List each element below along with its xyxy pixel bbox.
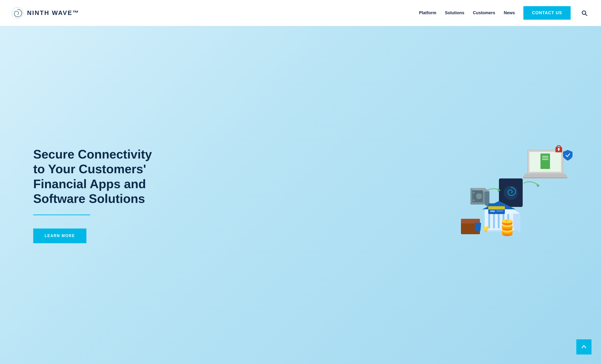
svg-point-53 [541,189,542,190]
svg-rect-75 [541,154,550,169]
svg-point-37 [527,189,528,190]
svg-point-69 [549,192,549,193]
svg-rect-112 [497,210,503,211]
svg-point-1 [582,11,586,14]
hero-section: Secure Connectivity to Your Customers' F… [0,26,601,364]
svg-rect-77 [542,157,548,158]
svg-point-19 [491,200,492,200]
svg-rect-76 [542,156,548,157]
nav-news[interactable]: News [504,10,515,15]
svg-rect-117 [485,231,487,232]
nav-solutions[interactable]: Solutions [445,10,464,15]
navigation: Platform Solutions Customers News CONTAC… [419,6,590,20]
svg-point-55 [556,182,556,182]
svg-point-67 [534,200,535,200]
svg-rect-115 [474,222,481,231]
svg-rect-110 [488,206,505,209]
svg-line-2 [585,14,587,16]
logo[interactable]: NINTH WAVE™ [11,7,79,19]
svg-point-17 [477,207,478,207]
header: NINTH WAVE™ Platform Solutions Customers… [0,0,601,26]
svg-point-68 [541,196,542,197]
svg-point-16 [470,210,471,211]
hero-svg: $ [440,136,582,254]
svg-marker-79 [523,174,568,177]
svg-point-71 [563,185,563,186]
svg-point-29 [470,217,471,218]
svg-point-96 [473,192,474,193]
svg-point-54 [549,185,549,186]
svg-point-15 [463,214,464,215]
nav-platform[interactable]: Platform [419,10,436,15]
svg-marker-80 [523,177,568,178]
svg-point-57 [463,235,464,236]
contact-us-button[interactable]: CONTACT US [523,6,571,20]
svg-point-7 [491,192,492,193]
logo-icon [11,7,24,19]
svg-point-97 [473,200,474,201]
svg-point-38 [534,185,535,186]
svg-point-72 [570,182,571,182]
svg-text:$: $ [506,220,508,223]
learn-more-button[interactable]: LEARN MORE [33,228,86,243]
nav-customers[interactable]: Customers [473,10,495,15]
chevron-up-icon [581,344,587,350]
svg-point-39 [541,182,542,182]
search-icon [581,10,588,16]
hero-divider [33,215,90,215]
svg-point-51 [527,196,528,197]
svg-point-70 [556,189,556,190]
svg-rect-83 [558,149,559,151]
hero-content: Secure Connectivity to Your Customers' F… [33,147,161,244]
scroll-to-top-button[interactable] [576,339,591,354]
svg-point-52 [534,192,535,193]
logo-text: NINTH WAVE™ [27,9,79,17]
svg-point-30 [477,214,478,215]
svg-rect-103 [493,214,495,228]
svg-rect-78 [542,159,548,160]
hero-illustration: $ [440,136,582,254]
hero-title: Secure Connectivity to Your Customers' F… [33,147,161,206]
svg-rect-102 [488,214,490,228]
svg-point-66 [527,203,528,204]
search-button[interactable] [579,8,590,18]
svg-rect-104 [498,214,500,228]
svg-rect-111 [490,210,495,212]
svg-point-3 [463,207,464,207]
